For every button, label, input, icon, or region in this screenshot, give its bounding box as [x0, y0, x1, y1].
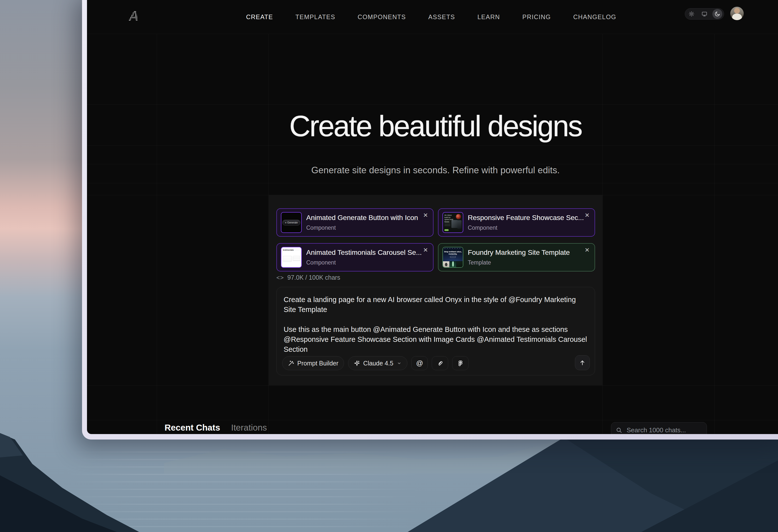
navbar: A CREATE TEMPLATES COMPONENTS ASSETS LEA…	[87, 0, 778, 34]
monitor-icon	[701, 11, 707, 17]
nav-item-create[interactable]: CREATE	[246, 13, 273, 21]
paperclip-icon	[437, 360, 444, 367]
grid-line	[714, 34, 715, 434]
foundry-thumbnail: Ship brilliant sites,instantly.	[443, 247, 463, 268]
attachment-card-foundry-template[interactable]: Ship brilliant sites,instantly. Foundry …	[438, 243, 595, 272]
grid-line	[87, 385, 778, 386]
theme-toggle	[685, 8, 724, 20]
close-icon[interactable]: ✕	[585, 212, 590, 218]
grid-line	[87, 183, 778, 183]
card-type: Component	[468, 224, 584, 231]
close-icon[interactable]: ✕	[585, 247, 590, 253]
generate-button-thumbnail: ✦Generate	[281, 212, 302, 233]
feature-showcase-thumbnail: An inbox built forspeed and focus	[443, 212, 463, 233]
arrow-up-icon	[579, 359, 586, 366]
grid-line	[87, 34, 778, 34]
tab-recent-chats[interactable]: Recent Chats	[165, 423, 220, 433]
prompt-builder-button[interactable]: Prompt Builder	[282, 356, 344, 370]
app-window: A CREATE TEMPLATES COMPONENTS ASSETS LEA…	[82, 0, 778, 440]
theme-option-system[interactable]	[699, 9, 709, 19]
chats-tabs: Recent Chats Iterations	[165, 423, 267, 433]
testimonials-thumbnail: testimonials	[281, 247, 302, 268]
page-title: Create beautiful designs	[268, 107, 603, 145]
nav-links: CREATE TEMPLATES COMPONENTS ASSETS LEARN…	[246, 0, 616, 34]
prompt-paragraph: Use this as the main button @Animated Ge…	[284, 324, 588, 354]
nav-item-changelog[interactable]: CHANGELOG	[573, 13, 616, 21]
app-surface: A CREATE TEMPLATES COMPONENTS ASSETS LEA…	[87, 0, 778, 434]
chat-search	[611, 422, 707, 434]
page-subtitle: Generate site designs in seconds. Refine…	[268, 165, 603, 175]
nav-item-pricing[interactable]: PRICING	[523, 13, 551, 21]
grid-line	[157, 34, 157, 434]
nav-item-learn[interactable]: LEARN	[477, 13, 500, 21]
card-type: Template	[468, 259, 570, 266]
grid-line	[87, 420, 778, 421]
theme-option-light[interactable]	[687, 9, 696, 19]
theme-option-dark[interactable]	[712, 9, 722, 19]
user-avatar[interactable]	[730, 7, 744, 20]
chat-search-input[interactable]	[626, 426, 702, 434]
close-icon[interactable]: ✕	[423, 212, 428, 218]
figma-import-button[interactable]	[452, 356, 469, 370]
sun-icon	[689, 11, 695, 17]
attach-file-button[interactable]	[432, 356, 448, 370]
attachment-grid: ✦Generate Animated Generate Button with …	[277, 208, 595, 272]
mention-button[interactable]: @	[411, 356, 428, 370]
nav-item-assets[interactable]: ASSETS	[428, 13, 455, 21]
app-logo[interactable]: A	[129, 8, 138, 23]
card-title: Animated Testimonials Carousel Se...	[306, 249, 422, 256]
code-icon: <>	[277, 274, 284, 281]
attachment-card-feature-showcase[interactable]: An inbox built forspeed and focus Respon…	[438, 208, 595, 237]
moon-icon	[714, 11, 720, 17]
at-icon: @	[416, 359, 423, 367]
submit-button[interactable]	[575, 355, 590, 370]
prompt-builder-label: Prompt Builder	[297, 360, 338, 367]
char-counter: <> 97.0K / 100K chars	[277, 274, 340, 281]
figma-icon	[457, 360, 464, 367]
card-title: Animated Generate Button with Icon	[306, 214, 418, 222]
nav-item-templates[interactable]: TEMPLATES	[296, 13, 335, 21]
tab-iterations[interactable]: Iterations	[231, 423, 267, 433]
close-icon[interactable]: ✕	[423, 247, 428, 253]
card-title: Foundry Marketing Site Template	[468, 249, 570, 256]
magic-wand-icon	[288, 360, 294, 366]
prompt-toolbar: Prompt Builder Claude 4.5 @	[282, 356, 469, 370]
search-icon	[616, 427, 622, 433]
model-label: Claude 4.5	[363, 360, 393, 367]
nav-item-components[interactable]: COMPONENTS	[358, 13, 406, 21]
card-type: Component	[306, 224, 418, 231]
prompt-input[interactable]: Create a landing page for a new AI brows…	[277, 287, 595, 354]
card-title: Responsive Feature Showcase Sec...	[468, 214, 584, 222]
grid-line	[87, 164, 778, 164]
sparkle-icon: ✦	[285, 222, 287, 224]
chevron-down-icon	[397, 361, 402, 366]
sparkle-icon	[354, 360, 360, 366]
card-type: Component	[306, 259, 422, 266]
prompt-paragraph: Create a landing page for a new AI brows…	[284, 295, 588, 314]
char-counter-text: 97.0K / 100K chars	[287, 274, 340, 281]
model-selector[interactable]: Claude 4.5	[348, 356, 407, 370]
grid-line	[603, 34, 603, 434]
grid-line	[87, 104, 778, 105]
attachment-card-generate-button[interactable]: ✦Generate Animated Generate Button with …	[277, 208, 434, 237]
prompt-box: Create a landing page for a new AI brows…	[277, 287, 595, 375]
attachment-card-testimonials[interactable]: testimonials Animated Testimonials Carou…	[277, 243, 434, 272]
